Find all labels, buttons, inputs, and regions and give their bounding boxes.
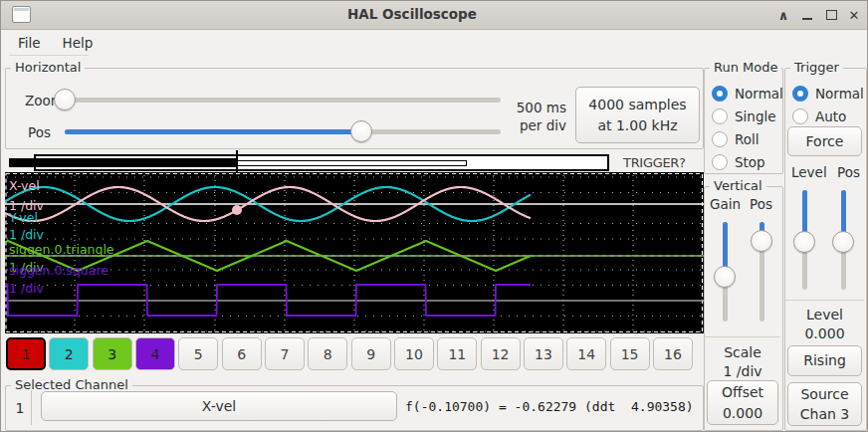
- trigger-mode-label-auto: Auto: [815, 108, 846, 124]
- run-mode-option-normal[interactable]: Normal: [712, 86, 783, 102]
- channel-button-2[interactable]: 2: [49, 337, 89, 370]
- minimize-icon[interactable]: [797, 5, 817, 25]
- run-mode-label-normal: Normal: [735, 86, 783, 102]
- menu-file[interactable]: File: [15, 33, 44, 53]
- app-window: HAL Oscilloscope ∧ ✕ FileHelp Horizontal…: [0, 0, 868, 432]
- zoom-slider-knob[interactable]: [54, 89, 76, 110]
- gain-knob[interactable]: [714, 266, 736, 288]
- trigger-pos-slider-label: Pos: [837, 164, 860, 180]
- selected-channel-divider: [31, 390, 32, 425]
- channel-button-3[interactable]: 3: [93, 337, 132, 370]
- vertical-panel-title: Vertical: [710, 178, 766, 193]
- channel-button-12[interactable]: 12: [481, 337, 521, 370]
- trigger-mode-radio-normal[interactable]: [792, 86, 808, 102]
- trigger-separator: [785, 300, 864, 301]
- edge-label: Rising: [803, 350, 846, 370]
- channel-button-14[interactable]: 14: [566, 337, 606, 370]
- trigger-level-caption: Level: [784, 307, 865, 323]
- menubar: FileHelp: [1, 30, 868, 56]
- channel-button-13[interactable]: 13: [524, 337, 563, 370]
- run-mode-label-single: Single: [735, 108, 776, 124]
- vertical-pos-knob[interactable]: [751, 230, 772, 252]
- source-line2: Chan 3: [800, 404, 849, 424]
- channel-name-label: X-vel: [202, 396, 236, 416]
- trigger-position-tick: [236, 150, 238, 172]
- trigger-mode-label-normal: Normal: [815, 86, 864, 102]
- samples-line1: 4000 samples: [588, 95, 686, 114]
- pos-slider-knob[interactable]: [350, 120, 372, 142]
- edge-button[interactable]: Rising: [787, 345, 862, 376]
- window-title: HAL Oscilloscope: [1, 6, 823, 22]
- samples-button[interactable]: 4000 samples at 1.00 kHz: [575, 87, 700, 143]
- channel-button-11[interactable]: 11: [437, 337, 477, 370]
- per-div-value: 500 ms: [515, 100, 566, 115]
- zoom-slider[interactable]: [65, 98, 501, 103]
- trigger-level-value: 0.000: [784, 325, 865, 341]
- trigger-question-label: TRIGGER?: [623, 155, 686, 170]
- trigger-panel-title: Trigger: [790, 60, 843, 75]
- run-mode-radio-roll[interactable]: [712, 131, 728, 147]
- channel-button-9[interactable]: 9: [351, 337, 391, 370]
- trigger-pos-knob[interactable]: [832, 231, 854, 253]
- shade-icon[interactable]: ∧: [773, 5, 793, 25]
- pos-label: Pos: [28, 124, 51, 140]
- run-mode-title: Run Mode: [710, 60, 781, 75]
- run-mode-radio-single[interactable]: [712, 108, 728, 124]
- run-mode-option-stop[interactable]: Stop: [712, 154, 765, 170]
- run-mode-label-roll: Roll: [735, 131, 760, 147]
- maximize-icon[interactable]: [821, 5, 841, 25]
- run-mode-radio-normal[interactable]: [712, 86, 728, 102]
- vertical-separator: [705, 336, 780, 337]
- offset-line1: Offset: [722, 382, 763, 402]
- force-label: Force: [806, 131, 844, 151]
- close-icon[interactable]: ✕: [844, 5, 864, 25]
- run-mode-option-roll[interactable]: Roll: [712, 131, 760, 147]
- channel-button-1[interactable]: 1: [6, 337, 46, 370]
- run-mode-panel: Run Mode NormalSingleRollStop: [704, 68, 783, 174]
- menu-help[interactable]: Help: [60, 33, 97, 53]
- trigger-progress-fill: [9, 158, 237, 167]
- scope-label: X-vel: [9, 178, 40, 193]
- source-button[interactable]: Source Chan 3: [787, 382, 862, 426]
- channel-button-5[interactable]: 5: [178, 337, 218, 370]
- horizontal-panel-title: Horizontal: [11, 60, 85, 75]
- channel-button-7[interactable]: 7: [265, 337, 305, 370]
- channel-button-4[interactable]: 4: [135, 337, 175, 370]
- channel-button-16[interactable]: 16: [653, 337, 693, 370]
- scope-display[interactable]: X-vel1 /divY-vel1 /divsiggen.0.triangle1…: [5, 172, 704, 337]
- offset-line2: 0.000: [723, 403, 762, 423]
- trace-marker-X-vel: [232, 205, 242, 215]
- selected-channel-number: 1: [11, 400, 29, 416]
- offset-button[interactable]: Offset 0.000: [707, 380, 778, 425]
- channel-button-10[interactable]: 10: [394, 337, 434, 370]
- scope-label: Y-vel: [8, 210, 38, 225]
- trigger-level-knob[interactable]: [793, 231, 815, 253]
- run-mode-label-stop: Stop: [735, 154, 765, 170]
- run-mode-option-single[interactable]: Single: [712, 108, 776, 124]
- titlebar[interactable]: HAL Oscilloscope ∧ ✕: [1, 1, 868, 30]
- run-mode-radio-stop[interactable]: [712, 154, 728, 170]
- scope-label: siggen.0.triangle: [9, 242, 114, 257]
- samples-line2: at 1.00 kHz: [597, 115, 677, 135]
- channel-readout: f(-0.10700) = -0.62279 (ddt 4.90358): [405, 399, 694, 414]
- scope-label: 1 /div: [9, 281, 45, 296]
- scale-caption: Scale: [704, 344, 781, 360]
- scale-value: 1 /div: [704, 363, 781, 379]
- vertical-pos-slider-label: Pos: [750, 196, 772, 212]
- selected-channel-title: Selected Channel: [11, 377, 132, 392]
- scope-label: siggen.0.square: [9, 263, 108, 278]
- channel-button-6[interactable]: 6: [222, 337, 262, 370]
- channel-button-15[interactable]: 15: [610, 337, 650, 370]
- scope-label: 1 /div: [9, 227, 45, 242]
- per-div-caption: per div: [515, 117, 566, 133]
- trigger-mode-radio-auto[interactable]: [792, 108, 808, 124]
- channel-button-8[interactable]: 8: [308, 337, 347, 370]
- gain-slider-label: Gain: [710, 196, 741, 212]
- source-line1: Source: [800, 384, 848, 404]
- force-button[interactable]: Force: [787, 126, 862, 156]
- channel-name-button[interactable]: X-vel: [41, 391, 397, 421]
- menubar-divider: [9, 55, 89, 56]
- trigger-mode-option-normal[interactable]: Normal: [792, 86, 864, 102]
- trigger-mode-option-auto[interactable]: Auto: [792, 108, 846, 124]
- trigger-level-slider-label: Level: [791, 164, 827, 180]
